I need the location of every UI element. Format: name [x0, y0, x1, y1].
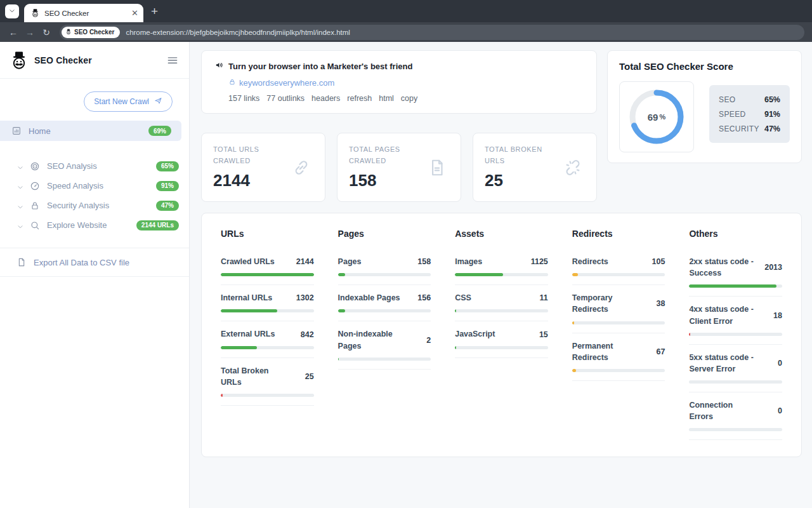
metric-4xx-status-code-client-error: 4xx status code - Client Error 18	[689, 297, 782, 344]
sidebar-item-label: Security Analysis	[47, 201, 156, 210]
column-header: Pages	[338, 229, 431, 239]
metric-name: Indexable Pages	[338, 292, 400, 304]
sidebar-item-home[interactable]: Home 69%	[0, 121, 181, 141]
sidebar-item-label: Speed Analysis	[47, 181, 156, 190]
metric-indexable-pages: Indexable Pages 156	[338, 285, 431, 321]
sidebar-item-security-analysis[interactable]: Security Analysis 47%	[0, 196, 189, 215]
metric-name: Permanent Redirects	[572, 340, 641, 363]
metric-name: CSS	[455, 292, 471, 304]
promo-stat-copy[interactable]: copy	[401, 94, 417, 103]
sidebar-item-speed-analysis[interactable]: Speed Analysis 91%	[0, 176, 189, 196]
metric-value: 0	[778, 406, 782, 415]
metric-value: 105	[652, 257, 665, 266]
metric-value: 158	[417, 257, 431, 266]
browser-toolbar: ← → ↻ SEO Checker chrome-extension://bje…	[0, 22, 812, 42]
browser-tab[interactable]: SEO Checker ✕	[24, 4, 143, 22]
score-row-value: 47%	[764, 124, 780, 133]
metric-internal-urls: Internal URLs 1302	[221, 285, 314, 321]
chevron-down-icon[interactable]	[16, 222, 24, 229]
extension-chip[interactable]: SEO Checker	[62, 27, 120, 38]
extension-icon	[65, 29, 72, 36]
column-header: Others	[689, 229, 782, 239]
file-icon	[16, 257, 27, 267]
metrics-column-others: Others 2xx status code - Success 2013 4x…	[689, 229, 782, 440]
start-new-crawl-button[interactable]: Start New Crawl	[84, 91, 173, 112]
metric-crawled-urls: Crawled URLs 2144	[221, 249, 314, 285]
metric-value: 2013	[764, 263, 782, 272]
metrics-column-pages: Pages Pages 158 Indexable Pages 156	[338, 229, 431, 370]
metric-redirects: Redirects 105	[572, 249, 665, 285]
progress-bar	[221, 273, 314, 276]
score-badge: 65%	[156, 161, 179, 171]
metric-value: 0	[778, 359, 782, 368]
chevron-down-icon[interactable]	[16, 202, 24, 210]
reload-button[interactable]: ↻	[38, 27, 55, 37]
back-button[interactable]: ←	[5, 27, 22, 37]
export-csv-button[interactable]: Export All Data to CSV file	[0, 248, 189, 277]
new-tab-button[interactable]: +	[151, 5, 158, 17]
menu-icon[interactable]	[166, 54, 179, 67]
tab-search-button[interactable]	[5, 4, 19, 18]
promo-stat-157-links[interactable]: 157 links	[228, 94, 259, 103]
metric-permanent-redirects: Permanent Redirects 67	[572, 333, 665, 381]
score-row-speed: SPEED 91%	[719, 107, 780, 121]
progress-bar	[221, 394, 314, 397]
extension-chip-label: SEO Checker	[74, 29, 114, 36]
progress-bar	[338, 309, 431, 312]
address-bar[interactable]: SEO Checker chrome-extension://bjefgbbej…	[60, 25, 804, 40]
chevron-down-icon	[8, 6, 16, 17]
metric-value: 1302	[296, 293, 314, 302]
sidebar-nav: SEO Analysis 65% Speed Analysis 91% Secu…	[0, 156, 189, 235]
promo-stat-77-outlinks[interactable]: 77 outlinks	[266, 94, 304, 103]
stat-card-total-urls-crawled: TOTAL URLS CRAWLED 2144	[201, 133, 325, 202]
progress-bar	[689, 428, 782, 431]
tab-close-icon[interactable]: ✕	[131, 9, 138, 17]
progress-bar	[221, 346, 314, 349]
metric-name: JavaScript	[455, 328, 495, 340]
metric-total-broken-urls: Total Broken URLs 25	[221, 358, 314, 406]
promo-stats-row: 157 links77 outlinksheadersrefreshhtmlco…	[228, 94, 584, 103]
sidebar-item-explore-website[interactable]: Explore Website 2144 URLs	[0, 215, 189, 235]
browser-chrome: SEO Checker ✕ + ← → ↻ SEO Checker chrome…	[0, 0, 812, 42]
tab-title: SEO Checker	[44, 10, 128, 17]
score-row-label: SEO	[719, 95, 736, 104]
progress-bar	[689, 333, 782, 336]
home-label: Home	[29, 126, 148, 136]
promo-stat-html[interactable]: html	[379, 94, 394, 103]
score-breakdown-panel: SEO 65% SPEED 91% SECURITY 47%	[709, 85, 790, 143]
score-row-security: SECURITY 47%	[719, 121, 780, 136]
metric-value: 2	[426, 336, 431, 345]
speedometer-icon	[30, 181, 40, 191]
chevron-down-icon[interactable]	[16, 163, 24, 170]
stat-card-label: TOTAL BROKEN URLS	[485, 144, 560, 166]
main-content: Turn your browser into a Marketer's best…	[190, 42, 812, 508]
column-header: Assets	[455, 229, 548, 239]
progress-bar	[455, 273, 548, 276]
forward-button[interactable]: →	[22, 27, 38, 37]
sidebar-item-seo-analysis[interactable]: SEO Analysis 65%	[0, 156, 189, 176]
url-text: chrome-extension://bjefgbbejoikmcjhbeodf…	[126, 29, 350, 36]
score-title: Total SEO Checker Score	[619, 61, 790, 72]
promo-stat-headers[interactable]: headers	[311, 94, 340, 103]
metric-images: Images 1125	[455, 249, 548, 285]
link-icon	[292, 158, 311, 177]
metric-value: 25	[305, 372, 314, 381]
metrics-summary-card: URLs Crawled URLs 2144 Internal URLs 130…	[201, 213, 802, 457]
app-title: SEO Checker	[34, 55, 166, 65]
progress-bar	[338, 273, 431, 276]
metric-connection-errors: Connection Errors 0	[689, 392, 782, 440]
metric-value: 15	[539, 330, 548, 339]
promo-link[interactable]: keywordseverywhere.com	[239, 78, 334, 88]
progress-bar	[221, 309, 314, 312]
promo-stat-refresh[interactable]: refresh	[347, 94, 372, 103]
score-row-value: 91%	[764, 110, 780, 119]
metric-name: Images	[455, 256, 482, 267]
metric-5xx-status-code-server-error: 5xx status code - Server Error 0	[689, 345, 782, 392]
sidebar-item-label: Explore Website	[47, 220, 136, 230]
sidebar-item-label: SEO Analysis	[47, 161, 156, 171]
metric-value: 2144	[296, 257, 314, 266]
metric-name: Redirects	[572, 256, 608, 267]
stat-card-label: TOTAL PAGES CRAWLED	[349, 144, 424, 166]
export-csv-label: Export All Data to CSV file	[34, 258, 129, 267]
chevron-down-icon[interactable]	[16, 182, 24, 190]
